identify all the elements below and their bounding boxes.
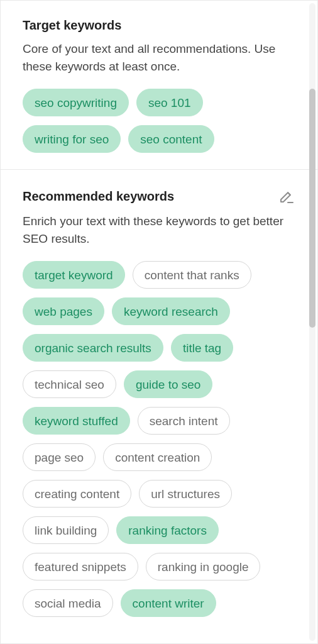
recommended-description: Enrich your text with these keywords to … xyxy=(23,213,295,247)
recommended-keyword-pill[interactable]: keyword research xyxy=(112,297,230,325)
recommended-keyword-pill[interactable]: web pages xyxy=(23,297,104,325)
recommended-keyword-pill[interactable]: social media xyxy=(23,589,113,617)
recommended-keywords-section: Recommended keywords Enrich your text wi… xyxy=(1,169,317,633)
target-keyword-pill[interactable]: seo 101 xyxy=(136,89,203,116)
recommended-keyword-pill[interactable]: page seo xyxy=(23,443,96,471)
recommended-keyword-pill[interactable]: technical seo xyxy=(23,370,116,398)
recommended-keyword-pill[interactable]: keyword stuffed xyxy=(23,407,130,435)
panel: Target keywords Core of your text and al… xyxy=(0,0,318,644)
recommended-keyword-pill[interactable]: featured snippets xyxy=(23,553,138,580)
target-keyword-list: seo copywritingseo 101writing for seoseo… xyxy=(23,89,295,153)
target-keyword-pill[interactable]: writing for seo xyxy=(23,125,121,153)
pencil-icon[interactable] xyxy=(278,187,295,205)
recommended-title: Recommended keywords xyxy=(23,189,174,204)
recommended-keyword-pill[interactable]: link building xyxy=(23,516,109,544)
target-title: Target keywords xyxy=(23,18,121,33)
recommended-keyword-pill[interactable]: content that ranks xyxy=(133,261,251,289)
scrollbar-thumb[interactable] xyxy=(309,89,315,328)
recommended-keyword-pill[interactable]: organic search results xyxy=(23,334,163,362)
recommended-keyword-pill[interactable]: url structures xyxy=(139,480,232,508)
target-keyword-pill[interactable]: seo content xyxy=(128,125,214,153)
recommended-keyword-pill[interactable]: title tag xyxy=(171,334,233,362)
target-description: Core of your text and all recommendation… xyxy=(23,40,295,75)
recommended-keyword-pill[interactable]: target keyword xyxy=(23,261,125,289)
recommended-keyword-pill[interactable]: content creation xyxy=(103,443,212,471)
recommended-keyword-pill[interactable]: content writer xyxy=(121,589,216,617)
target-header: Target keywords xyxy=(23,18,295,33)
target-keywords-section: Target keywords Core of your text and al… xyxy=(1,1,317,169)
recommended-header: Recommended keywords xyxy=(23,187,295,205)
recommended-keyword-pill[interactable]: ranking in google xyxy=(146,553,261,580)
recommended-keyword-pill[interactable]: search intent xyxy=(138,407,230,435)
recommended-keyword-list: target keywordcontent that ranksweb page… xyxy=(23,261,295,617)
recommended-keyword-pill[interactable]: creating content xyxy=(23,480,131,508)
target-keyword-pill[interactable]: seo copywriting xyxy=(23,89,129,116)
recommended-keyword-pill[interactable]: guide to seo xyxy=(124,370,213,398)
recommended-keyword-pill[interactable]: ranking factors xyxy=(116,516,219,544)
